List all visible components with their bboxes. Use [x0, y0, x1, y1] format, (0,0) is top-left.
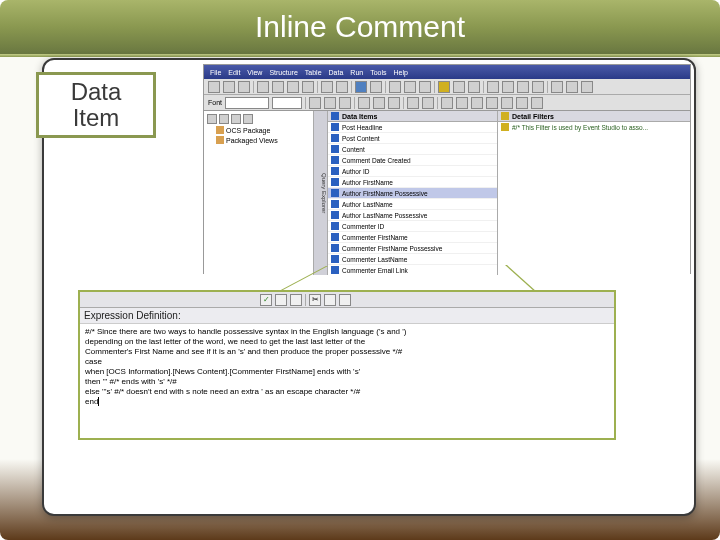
group-icon[interactable] — [487, 81, 499, 93]
pivot-icon[interactable] — [502, 81, 514, 93]
paste-icon[interactable] — [339, 294, 351, 306]
data-icon[interactable] — [501, 97, 513, 109]
menu-data[interactable]: Data — [329, 69, 344, 76]
cut-icon[interactable]: ✂ — [309, 294, 321, 306]
style-icon[interactable] — [471, 97, 483, 109]
data-items-header: Data Items — [328, 111, 497, 122]
fgcolor-icon[interactable] — [407, 97, 419, 109]
query-explorer-tab[interactable]: Query Explorer — [314, 111, 328, 275]
expr-line: then ''' #/* ends with 's' */# — [85, 377, 609, 387]
expression-toolbar: ✓ ✂ — [80, 292, 614, 308]
data-item-icon — [331, 244, 339, 252]
data-item-label: Author FirstName Possessive — [342, 190, 428, 197]
align-right-icon[interactable] — [339, 97, 351, 109]
data-item-row[interactable]: Commenter ID — [328, 221, 497, 232]
data-item-row[interactable]: Author FirstName — [328, 177, 497, 188]
data-item-label: Author FirstName — [342, 179, 393, 186]
var-icon[interactable] — [531, 97, 543, 109]
underline-icon[interactable] — [388, 97, 400, 109]
agg-icon[interactable] — [517, 81, 529, 93]
validate-icon[interactable] — [370, 81, 382, 93]
save-icon[interactable] — [238, 81, 250, 93]
data-item-label: Author LastName — [342, 201, 393, 208]
undo-icon[interactable] — [321, 81, 333, 93]
data-item-icon — [331, 255, 339, 263]
border-icon[interactable] — [441, 97, 453, 109]
filter-row[interactable]: #/* This Filter is used by Event Studio … — [498, 122, 690, 132]
data-item-row[interactable]: Author LastName — [328, 199, 497, 210]
sort-icon[interactable] — [453, 81, 465, 93]
data-item-label: Commenter LastName — [342, 256, 407, 263]
tab-icon[interactable] — [207, 114, 217, 124]
data-item-row[interactable]: Commenter FirstName — [328, 232, 497, 243]
tree-label: Packaged Views — [226, 137, 278, 144]
data-item-row[interactable]: Commenter FirstName Possessive — [328, 243, 497, 254]
package-tree[interactable]: OCS Package Packaged Views — [204, 111, 314, 275]
data-item-row[interactable]: Post Headline — [328, 122, 497, 133]
table-icon[interactable] — [389, 81, 401, 93]
data-item-row[interactable]: Commenter LastName — [328, 254, 497, 265]
data-item-row[interactable]: Comment Date Created — [328, 155, 497, 166]
detail-filters-header: Detail Filters — [498, 111, 690, 122]
select-col-icon[interactable] — [290, 294, 302, 306]
package-icon — [216, 126, 224, 134]
cond-icon[interactable] — [486, 97, 498, 109]
redo-icon[interactable] — [336, 81, 348, 93]
bold-icon[interactable] — [358, 97, 370, 109]
filter-text: #/* This Filter is used by Event Studio … — [512, 124, 648, 131]
section-icon[interactable] — [532, 81, 544, 93]
run-icon[interactable] — [355, 81, 367, 93]
help-icon[interactable] — [581, 81, 593, 93]
filter-icon[interactable] — [438, 81, 450, 93]
copy-icon[interactable] — [324, 294, 336, 306]
menu-view[interactable]: View — [247, 69, 262, 76]
data-item-row[interactable]: Author ID — [328, 166, 497, 177]
calc-icon[interactable] — [468, 81, 480, 93]
paste-icon[interactable] — [287, 81, 299, 93]
menu-structure[interactable]: Structure — [269, 69, 297, 76]
select-table-icon[interactable] — [275, 294, 287, 306]
chart-icon[interactable] — [419, 81, 431, 93]
package-icon — [216, 136, 224, 144]
data-item-row[interactable]: Content — [328, 144, 497, 155]
expression-text[interactable]: #/* Since there are two ways to handle p… — [80, 324, 614, 410]
copy-icon[interactable] — [272, 81, 284, 93]
tree-item[interactable]: OCS Package — [206, 125, 311, 135]
callout-text: Item — [73, 105, 120, 131]
open-icon[interactable] — [223, 81, 235, 93]
lock-icon[interactable] — [551, 81, 563, 93]
align-center-icon[interactable] — [324, 97, 336, 109]
delete-icon[interactable] — [302, 81, 314, 93]
data-item-icon — [331, 134, 339, 142]
menu-run[interactable]: Run — [350, 69, 363, 76]
italic-icon[interactable] — [373, 97, 385, 109]
font-select[interactable] — [225, 97, 269, 109]
tab-icon[interactable] — [231, 114, 241, 124]
data-item-row[interactable]: Post Content — [328, 133, 497, 144]
align-left-icon[interactable] — [309, 97, 321, 109]
data-item-icon — [331, 145, 339, 153]
menu-file[interactable]: File — [210, 69, 221, 76]
parent-icon[interactable] — [516, 97, 528, 109]
menu-help[interactable]: Help — [394, 69, 408, 76]
more-icon[interactable] — [566, 81, 578, 93]
padding-icon[interactable] — [456, 97, 468, 109]
menu-edit[interactable]: Edit — [228, 69, 240, 76]
size-select[interactable] — [272, 97, 302, 109]
bgcolor-icon[interactable] — [422, 97, 434, 109]
new-icon[interactable] — [208, 81, 220, 93]
tab-icon[interactable] — [219, 114, 229, 124]
data-items-header-label: Data Items — [342, 113, 377, 120]
data-item-icon — [331, 200, 339, 208]
cut-icon[interactable] — [257, 81, 269, 93]
detail-filters-panel: Detail Filters #/* This Filter is used b… — [498, 111, 690, 275]
menu-tools[interactable]: Tools — [370, 69, 386, 76]
filter-icon — [501, 123, 509, 131]
data-item-row[interactable]: Author LastName Possessive — [328, 210, 497, 221]
menu-table[interactable]: Table — [305, 69, 322, 76]
validate-icon[interactable]: ✓ — [260, 294, 272, 306]
tree-item[interactable]: Packaged Views — [206, 135, 311, 145]
tab-icon[interactable] — [243, 114, 253, 124]
data-item-row[interactable]: Author FirstName Possessive — [328, 188, 497, 199]
insert-icon[interactable] — [404, 81, 416, 93]
